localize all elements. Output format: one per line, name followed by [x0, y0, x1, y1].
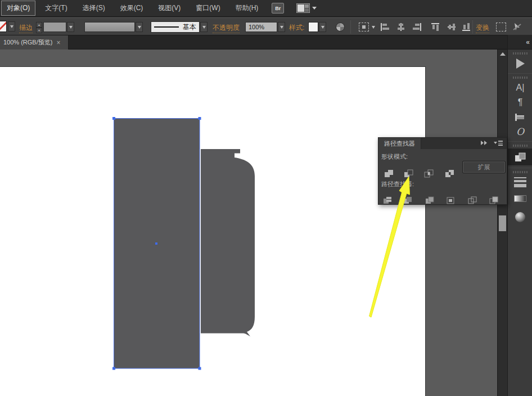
- menu-item-object[interactable]: 对象(O): [1, 1, 35, 16]
- panel-menu-icon[interactable]: [494, 141, 503, 146]
- canvas-artwork: [0, 66, 426, 396]
- panel-collapse-icon[interactable]: [481, 141, 488, 145]
- pathfinder-crop-button[interactable]: [444, 194, 457, 206]
- opacity-link[interactable]: 不透明度: [213, 23, 240, 33]
- menu-item-help[interactable]: 帮助(H): [230, 1, 264, 16]
- align-bottom-icon[interactable]: [462, 22, 471, 32]
- pathfinder-trim-button[interactable]: [401, 194, 414, 206]
- shape-mode-minus-front-button[interactable]: [402, 167, 415, 179]
- dock-grip[interactable]: [513, 76, 528, 79]
- scroll-up-arrow[interactable]: [498, 50, 508, 58]
- sphere-panel-icon[interactable]: [508, 208, 532, 227]
- align-center-icon[interactable]: [396, 22, 406, 32]
- pathfinder-divide-button[interactable]: [381, 194, 394, 206]
- panel-dock: « A| ¶ O: [507, 35, 532, 396]
- shape-modes-label: 形状模式:: [381, 152, 408, 161]
- tab-close-icon[interactable]: ×: [56, 40, 60, 46]
- style-swatch[interactable]: [308, 22, 318, 32]
- stroke-width-field[interactable]: [43, 22, 66, 32]
- paragraph-panel-icon[interactable]: ¶: [508, 95, 532, 110]
- transform-link[interactable]: 变换: [476, 23, 489, 33]
- selection-center-point: [155, 242, 157, 245]
- align-left-icon[interactable]: [380, 22, 390, 32]
- pathfinders-label: 路径查找器:: [381, 180, 414, 188]
- pathfinder-panel-icon[interactable]: [508, 148, 532, 165]
- vertical-scrollbar[interactable]: [497, 50, 507, 396]
- character-panel-icon[interactable]: A|: [508, 80, 532, 95]
- align-to-dropdown[interactable]: [370, 23, 376, 31]
- recolor-artwork-icon[interactable]: [336, 22, 345, 32]
- dock-collapse-icon[interactable]: «: [508, 35, 532, 50]
- stroke-style-field[interactable]: 基本: [151, 21, 200, 33]
- pointer-slash-icon[interactable]: [512, 22, 522, 32]
- menu-item-select[interactable]: 选择(S): [77, 1, 111, 16]
- width-profile-dropdown[interactable]: [136, 22, 143, 32]
- width-profile-field[interactable]: [84, 22, 135, 32]
- pathfinder-outline-button[interactable]: [466, 194, 479, 206]
- opentype-panel-icon[interactable]: O: [508, 124, 532, 139]
- shape-mode-exclude-button[interactable]: [443, 167, 456, 179]
- pathfinder-panel-tab[interactable]: 路径查找器: [378, 138, 421, 149]
- shape-mode-unite-button[interactable]: [382, 167, 395, 179]
- pathfinder-merge-button[interactable]: [423, 194, 436, 206]
- dock-grip[interactable]: [513, 52, 528, 55]
- style-label: 样式:: [289, 23, 304, 33]
- document-tab-label: 100% (RGB/预览): [3, 38, 52, 47]
- menu-bar: 对象(O) 文字(T) 选择(S) 效果(C) 视图(V) 窗口(W) 帮助(H…: [0, 0, 532, 17]
- stroke-link[interactable]: 描边: [19, 23, 33, 33]
- bounding-box-icon[interactable]: [496, 22, 506, 32]
- chevron-down-icon: [312, 7, 317, 10]
- workspace: [0, 50, 532, 396]
- document-tab[interactable]: 100% (RGB/预览) ×: [0, 35, 69, 50]
- align-top-icon[interactable]: [431, 22, 440, 32]
- opacity-field[interactable]: 100%: [245, 22, 277, 32]
- pathfinder-panel-titlebar[interactable]: 路径查找器: [378, 138, 507, 149]
- stroke-panel-icon[interactable]: [508, 175, 532, 190]
- gradient-panel-icon[interactable]: [508, 190, 532, 208]
- illustrator-window: 对象(O) 文字(T) 选择(S) 效果(C) 视图(V) 窗口(W) 帮助(H…: [0, 0, 532, 396]
- align-right-icon[interactable]: [412, 22, 422, 32]
- shape-mode-intersect-button[interactable]: [422, 167, 435, 179]
- menu-item-view[interactable]: 视图(V): [152, 1, 186, 16]
- play-panel-icon[interactable]: [508, 56, 532, 71]
- pathfinder-panel: 路径查找器 形状模式: 扩展 路径查找器:: [378, 137, 507, 205]
- stroke-width-stepper[interactable]: ▲▼: [36, 22, 42, 32]
- dock-grip[interactable]: [513, 171, 528, 173]
- scrollbar-thumb[interactable]: [499, 215, 506, 231]
- layout-grid-icon: [296, 3, 310, 13]
- fill-dropdown-button[interactable]: [8, 21, 15, 32]
- bridge-icon[interactable]: Br: [272, 3, 284, 14]
- menu-item-window[interactable]: 窗口(W): [190, 1, 226, 16]
- none-fill-swatch[interactable]: [0, 21, 7, 32]
- rounded-silhouette-shape[interactable]: [201, 149, 255, 336]
- control-bar: 描边 ▲▼ 基本 不透明度 100% 样式:: [0, 17, 532, 35]
- stroke-style-value: 基本: [183, 22, 196, 32]
- dock-grip[interactable]: [513, 145, 528, 147]
- style-dropdown[interactable]: [319, 22, 326, 32]
- menu-item-type[interactable]: 文字(T): [39, 1, 73, 16]
- opacity-dropdown[interactable]: [278, 22, 285, 32]
- stroke-style-dropdown[interactable]: [200, 22, 208, 32]
- menu-item-effect[interactable]: 效果(C): [115, 1, 149, 16]
- expand-button[interactable]: 扩展: [462, 161, 506, 173]
- align-to-selection-icon[interactable]: [359, 22, 369, 32]
- stroke-sample-line: [154, 26, 179, 28]
- stroke-width-dropdown[interactable]: [67, 22, 74, 32]
- tab-bar: 100% (RGB/预览) ×: [0, 35, 532, 50]
- tabs-panel-icon[interactable]: [508, 110, 532, 124]
- workspace-layout-icon[interactable]: [296, 3, 317, 13]
- pathfinder-minus-back-button[interactable]: [487, 194, 501, 206]
- align-middle-icon[interactable]: [447, 22, 457, 32]
